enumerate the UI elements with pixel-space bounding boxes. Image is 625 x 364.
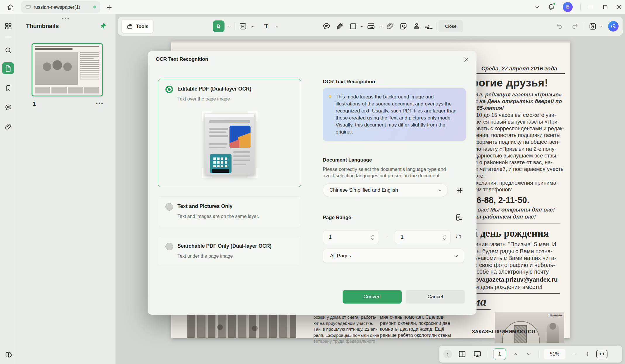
ai-assistant-icon bbox=[608, 21, 619, 32]
customize-theme-button[interactable] bbox=[4, 350, 12, 358]
heading-tool-dropdown[interactable] bbox=[251, 24, 255, 28]
illustration-building-icon bbox=[210, 154, 232, 173]
zoom-in-button[interactable] bbox=[583, 350, 591, 358]
newspaper-text-line: ознакомить с Вами наших чита- bbox=[472, 255, 565, 262]
page-range-to-stepper[interactable]: 1 bbox=[395, 230, 451, 244]
heading-tool-button[interactable] bbox=[238, 22, 248, 31]
actual-size-button[interactable]: 1:1 bbox=[596, 350, 607, 358]
marker-pen-icon bbox=[335, 22, 344, 31]
home-button[interactable] bbox=[6, 3, 15, 12]
collapse-toolbar-button[interactable] bbox=[534, 4, 540, 10]
comments-panel-button[interactable] bbox=[4, 103, 12, 111]
minimize-button[interactable] bbox=[588, 4, 595, 10]
highlighter-tool-button[interactable] bbox=[335, 22, 344, 31]
ai-assistant-button[interactable] bbox=[608, 21, 619, 32]
paperclip-icon bbox=[386, 22, 395, 31]
radio-unselected-icon[interactable] bbox=[165, 243, 173, 250]
expand-statusbar-button[interactable] bbox=[443, 350, 452, 358]
previous-page-button[interactable] bbox=[511, 350, 519, 358]
thumbnail-more-icon[interactable]: ••• bbox=[96, 100, 104, 106]
save-icon bbox=[588, 22, 597, 31]
newspaper-email: kovagazeta.prizuv@yandex.ru bbox=[472, 276, 565, 283]
newspaper-bottom-column-b: мне очень помогает. Сделалиремонт, оклеи… bbox=[380, 314, 452, 338]
stepper-up-icon[interactable] bbox=[443, 235, 446, 237]
stamp-tool-button[interactable] bbox=[412, 22, 421, 31]
newspaper-slogans: м вас! Мы открыты для вас!Мы работаем дл… bbox=[472, 206, 565, 220]
text-tool-dropdown[interactable] bbox=[274, 24, 278, 28]
radio-unselected-icon[interactable] bbox=[165, 203, 173, 211]
convert-button[interactable]: Convert bbox=[343, 290, 402, 304]
sticker-tool-button[interactable] bbox=[399, 22, 408, 31]
signature-tool-button[interactable] bbox=[424, 22, 434, 31]
tools-label: Tools bbox=[136, 24, 149, 29]
attach-file-tool-button[interactable] bbox=[386, 22, 395, 31]
apps-grid-button[interactable] bbox=[4, 22, 12, 30]
titlebar-divider bbox=[580, 4, 581, 10]
newspaper-text-line: рам телефонов: bbox=[472, 186, 565, 193]
stepper-down-icon[interactable] bbox=[443, 238, 446, 240]
close-window-button[interactable] bbox=[616, 4, 622, 10]
newspaper-text-line: ия о районной газете от вас, на- bbox=[472, 159, 565, 166]
newspaper-text-line: комнаты два года назад. Ещё bbox=[380, 326, 452, 332]
next-page-button[interactable] bbox=[525, 350, 533, 358]
swatches-icon bbox=[4, 350, 12, 358]
close-tools-button[interactable]: Close bbox=[438, 20, 463, 32]
chevron-down-icon bbox=[227, 24, 231, 28]
page-layout-button[interactable] bbox=[457, 349, 467, 359]
dialog-close-button[interactable] bbox=[462, 56, 470, 63]
notifications-button[interactable] bbox=[548, 3, 555, 11]
redo-button[interactable] bbox=[570, 22, 579, 31]
ocr-mode-option-searchable[interactable]: Searchable PDF Only (Dual-layer OCR) Tex… bbox=[158, 236, 301, 266]
page-thumbnail[interactable] bbox=[32, 43, 103, 96]
presentation-mode-button[interactable] bbox=[472, 349, 482, 359]
tools-button[interactable]: Tools bbox=[121, 19, 153, 33]
radio-selected-icon[interactable] bbox=[165, 86, 173, 93]
stepper-down-icon[interactable] bbox=[371, 238, 374, 240]
advanced-language-settings-button[interactable] bbox=[455, 186, 464, 195]
pin-panel-button[interactable] bbox=[98, 21, 108, 30]
thumbnails-panel-button[interactable] bbox=[2, 62, 14, 74]
measure-tool-dropdown[interactable] bbox=[379, 24, 384, 28]
save-button[interactable] bbox=[588, 22, 597, 31]
text-tool-icon: T bbox=[264, 23, 268, 30]
page-range-from-stepper[interactable]: 1 bbox=[323, 230, 379, 244]
pages-scope-select[interactable]: All Pages bbox=[323, 249, 464, 263]
select-tool-button[interactable] bbox=[213, 20, 225, 32]
plus-icon bbox=[106, 4, 113, 11]
cancel-button[interactable]: Cancel bbox=[406, 290, 465, 304]
newspaper-bottom-column-a: рожки у дома от снега, работа-ют на приу… bbox=[313, 314, 376, 344]
bookmarks-panel-button[interactable] bbox=[4, 84, 12, 92]
ocr-mode-option-editable[interactable]: Editable PDF (Dual-layer OCR) Text over … bbox=[158, 79, 301, 187]
two-page-view-icon bbox=[458, 350, 467, 358]
thumbnails-panel: ••• Thumbnails 1 ••• bbox=[16, 14, 115, 364]
shapes-tool-button[interactable] bbox=[348, 22, 358, 31]
newspaper-text-line: Мы будем рады с Вами позна- bbox=[472, 248, 565, 255]
thumbnail-photo bbox=[35, 52, 78, 85]
page-number-input[interactable]: 1 bbox=[493, 348, 506, 360]
zoom-out-button[interactable] bbox=[571, 350, 578, 358]
search-icon bbox=[4, 46, 12, 54]
maximize-button[interactable] bbox=[602, 4, 608, 10]
newspaper-text-line: ют на приусадебном участке. bbox=[313, 320, 376, 327]
text-tool-button[interactable]: T bbox=[262, 22, 271, 31]
measure-tool-button[interactable] bbox=[366, 22, 376, 31]
search-panel-button[interactable] bbox=[4, 46, 12, 54]
notification-dot-icon bbox=[553, 3, 555, 5]
ocr-mode-option-text-pictures[interactable]: Text and Pictures Only Text and images a… bbox=[158, 196, 301, 227]
shapes-tool-dropdown[interactable] bbox=[360, 24, 364, 28]
comment-tool-button[interactable] bbox=[322, 22, 331, 31]
panel-title: Thumbnails bbox=[26, 23, 59, 30]
select-tool-dropdown[interactable] bbox=[227, 24, 231, 28]
zoom-level-input[interactable]: 51% bbox=[544, 349, 565, 359]
undo-button[interactable] bbox=[555, 22, 564, 31]
attachments-panel-button[interactable] bbox=[4, 123, 12, 131]
stepper-arrows bbox=[371, 235, 374, 240]
panel-drag-handle-icon[interactable]: ••• bbox=[62, 16, 70, 21]
language-select[interactable]: Chinese Simplified and English bbox=[323, 183, 448, 197]
new-tab-button[interactable] bbox=[105, 4, 113, 11]
stepper-up-icon[interactable] bbox=[371, 235, 374, 237]
avatar[interactable]: E bbox=[563, 2, 573, 12]
page-range-expand-button[interactable] bbox=[454, 213, 464, 223]
document-tab[interactable]: russian-newspaper(1) bbox=[21, 1, 100, 13]
save-dropdown[interactable] bbox=[600, 24, 604, 28]
